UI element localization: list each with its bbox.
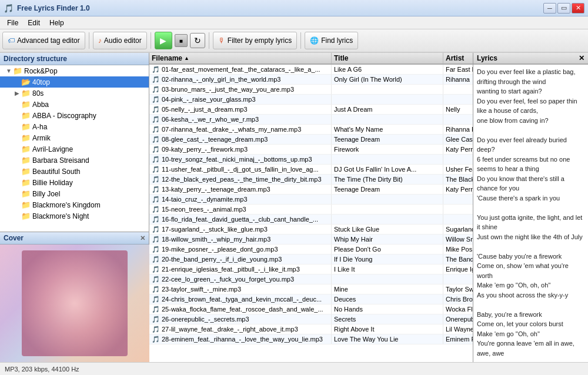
table-row[interactable]: 🎵14-taio_cruz_-_dynamite.mp3 [149,195,473,205]
table-row[interactable]: 🎵22-cee_lo_green_-_fuck_you_forget_you.m… [149,274,473,284]
table-row[interactable]: 🎵23-taylor_swift_-_mine.mp3MineTaylor Sw… [149,284,473,294]
audio-editor-button[interactable]: ♪ Audio editor [93,32,147,49]
cell-filename: 🎵14-taio_cruz_-_dynamite.mp3 [149,195,332,204]
tree-item-blackmores-kingdom[interactable]: 📁 Blackmore's Kingdom [0,199,149,210]
table-row[interactable]: 🎵19-mike_posner_-_please_dont_go.mp3Plea… [149,245,473,255]
tree-label-blackmores-kingdom: Blackmore's Kingdom [32,201,101,209]
cover-image [0,245,149,362]
table-row[interactable]: 🎵05-nelly_-_just_a_dream.mp3Just A Dream… [149,105,473,115]
expand-80s[interactable]: ▶ [13,90,21,96]
col-header-title[interactable]: Title [332,53,443,63]
advanced-tag-editor-button[interactable]: 🏷 Advanced tag editor [2,32,85,49]
cell-artist: Enrique Iglesia [443,264,473,274]
music-file-icon: 🎵 [152,316,160,323]
stop-button[interactable]: ■ [175,34,188,47]
file-list[interactable]: 🎵01-far_east_movement_feat._the_cataracs… [149,65,473,362]
table-row[interactable]: 🎵17-sugarland_-_stuck_like_glue.mp3Stuck… [149,225,473,235]
table-row[interactable]: 🎵24-chris_brown_feat._tyga_and_kevin_mcc… [149,294,473,304]
tree-item-billy-joel[interactable]: 📁 Billy Joel [0,188,149,199]
table-row[interactable]: 🎵13-katy_perry_-_teenage_dream.mp3Teenag… [149,185,473,195]
cover-close-button[interactable]: ✕ [140,235,145,242]
table-row[interactable]: 🎵01-far_east_movement_feat._the_cataracs… [149,65,473,75]
menu-bar: File Edit Help [0,16,588,29]
cell-filename: 🎵16-flo_rida_feat._david_guetta_-_club_c… [149,215,332,224]
table-row[interactable]: 🎵02-rihanna_-_only_girl_in_the_world.mp3… [149,75,473,85]
menu-edit[interactable]: Edit [23,18,45,28]
tree-item-80s[interactable]: ▶ 📁 80s [0,88,149,99]
sort-arrow-filename: ▲ [184,55,189,61]
cell-artist: Katy Perry [443,185,473,194]
cell-filename: 🎵17-sugarland_-_stuck_like_glue.mp3 [149,225,332,234]
table-row[interactable]: 🎵27-lil_wayne_feat._drake_-_right_above_… [149,324,473,334]
play-button[interactable]: ▶ [155,32,172,49]
cell-artist: Lil Wayne Fea [443,324,473,334]
cell-artist: Willow Smith [443,235,473,244]
tree-item-armik[interactable]: 📁 Armik [0,132,149,143]
filename-text: 17-sugarland_-_stuck_like_glue.mp3 [162,226,268,233]
menu-help[interactable]: Help [45,18,69,28]
table-row[interactable]: 🎵15-neon_trees_-_animal.mp3 [149,205,473,215]
table-row[interactable]: 🎵11-usher_feat._pitbull_-_dj_got_us_fall… [149,165,473,175]
music-file-icon: 🎵 [152,146,160,153]
music-file-icon: 🎵 [152,116,160,123]
tree-item-beautiful-south[interactable]: 📁 Beautiful South [0,166,149,177]
cover-header: Cover ✕ [0,232,149,245]
folder-icon-40top: 📂 [21,78,31,86]
music-file-icon: 🎵 [152,86,160,93]
table-row[interactable]: 🎵18-willow_smith_-_whip_my_hair.mp3Whip … [149,235,473,245]
restore-button[interactable]: ▭ [557,3,570,14]
tree-item-aha[interactable]: 📁 A-ha [0,121,149,132]
cell-filename: 🎵12-the_black_eyed_peas_-_the_time_the_d… [149,175,332,184]
tree-item-abba[interactable]: 📁 Abba [0,99,149,110]
table-row[interactable]: 🎵08-glee_cast_-_teenage_dream.mp3Teenage… [149,135,473,145]
table-row[interactable]: 🎵06-kesha_-_we_r_who_we_r.mp3 [149,115,473,125]
window-controls: ─ ▭ ✕ [543,3,584,14]
expand-root[interactable]: ▼ [5,68,13,74]
tree-item-abba-disco[interactable]: 📁 ABBA - Discography [0,110,149,121]
find-lyrics-button[interactable]: 🌐 Find lyrics [305,32,358,49]
table-row[interactable]: 🎵04-pink_-_raise_your_glass.mp3 [149,95,473,105]
music-file-icon: 🎵 [152,106,160,113]
filename-text: 28-eminem_feat._rihanna_-_love_the_way_y… [162,336,323,343]
tree-item-barbara[interactable]: 📁 Barbara Streisand [0,155,149,166]
tree-view[interactable]: ▼ 📁 Rock&Pop 📂 40top ▶ 📁 80s 📁 [0,65,149,232]
cell-title: Firework [332,145,443,154]
tree-item-billie[interactable]: 📁 Billie Holiday [0,177,149,188]
table-row[interactable]: 🎵21-enrique_iglesias_feat._pitbull_-_i_l… [149,264,473,274]
lyrics-close-button[interactable]: ✕ [579,54,584,62]
music-file-icon: 🎵 [152,326,160,333]
col-header-filename[interactable]: Filename ▲ [149,53,332,63]
file-table-header: Filename ▲ Title Artist [149,53,473,65]
tree-label-billy-joel: Billy Joel [32,190,60,198]
folder-icon-armik: 📁 [21,133,31,142]
table-row[interactable]: 🎵10-trey_songz_feat._nicki_minaj_-_botto… [149,155,473,165]
folder-icon-abba-disco: 📁 [21,111,31,120]
toolbar-separator-3 [209,32,209,49]
cell-filename: 🎵24-chris_brown_feat._tyga_and_kevin_mcc… [149,294,332,304]
cell-title: Whip My Hair [332,235,443,244]
cover-panel: Cover ✕ [0,232,149,362]
table-row[interactable]: 🎵16-flo_rida_feat._david_guetta_-_club_c… [149,215,473,225]
table-row[interactable]: 🎵09-katy_perry_-_firework.mp3FireworkKat… [149,145,473,155]
cell-filename: 🎵15-neon_trees_-_animal.mp3 [149,205,332,214]
refresh-button[interactable]: ↻ [190,33,205,48]
filename-text: 07-rihanna_feat._drake_-_whats_my_name.m… [162,126,301,133]
tree-item-root[interactable]: ▼ 📁 Rock&Pop [0,65,149,76]
menu-file[interactable]: File [2,18,23,28]
table-row[interactable]: 🎵07-rihanna_feat._drake_-_whats_my_name.… [149,125,473,135]
music-file-icon: 🎵 [152,276,160,283]
table-row[interactable]: 🎵03-bruno_mars_-_just_the_way_you_are.mp… [149,85,473,95]
table-row[interactable]: 🎵20-the_band_perry_-_if_i_die_young.mp3I… [149,255,473,264]
cell-title: I Like It [332,264,443,274]
close-button[interactable]: ✕ [572,3,584,14]
table-row[interactable]: 🎵28-eminem_feat._rihanna_-_love_the_way_… [149,334,473,344]
tree-item-blackmores-night[interactable]: 📁 Blackmore's Night [0,210,149,222]
filter-lyrics-button[interactable]: 🎙 Filter by empty lyrics [213,32,297,49]
table-row[interactable]: 🎵25-waka_flocka_flame_feat._roscoe_dash_… [149,304,473,314]
table-row[interactable]: 🎵26-onerepublic_-_secrets.mp3SecretsOner… [149,314,473,324]
tree-item-avril[interactable]: 📁 Avril-Lavigne [0,143,149,155]
table-row[interactable]: 🎵12-the_black_eyed_peas_-_the_time_the_d… [149,175,473,185]
col-title-label: Title [334,54,348,62]
tree-item-40top[interactable]: 📂 40top [0,76,149,88]
minimize-button[interactable]: ─ [543,3,556,14]
